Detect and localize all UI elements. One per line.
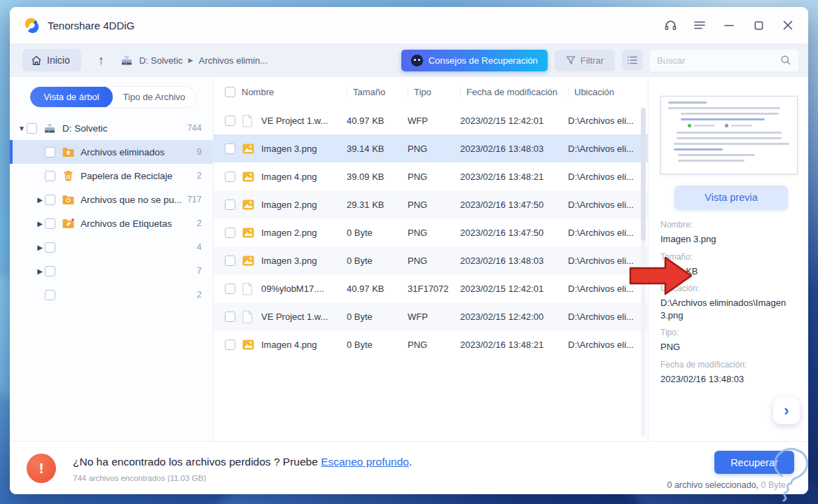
preview-thumbnail[interactable] (660, 96, 798, 174)
file-date: 2023/02/15 12:42:01 (460, 284, 568, 294)
column-header-type[interactable]: Tipo (408, 87, 460, 97)
breadcrumb-drive[interactable]: D: Solvetic (139, 55, 183, 66)
row-checkbox-cell (214, 172, 242, 182)
headset-icon[interactable] (660, 15, 681, 36)
file-location: D:\Archivos eli... (568, 284, 648, 294)
close-icon[interactable] (777, 15, 798, 36)
tree-checkbox[interactable] (45, 242, 55, 253)
file-name: Imagen 2.png (261, 227, 347, 238)
tree-item[interactable]: ▶Archivos que no se pu...717 (10, 188, 213, 211)
file-date: 2023/02/15 12:42:00 (460, 312, 568, 322)
table-scrollbar[interactable] (641, 108, 646, 437)
image-icon (242, 339, 261, 351)
tree-item[interactable]: ▶7 (10, 259, 213, 283)
selection-info: 0 archivo seleccionado, 0 Byte (667, 480, 786, 490)
tree-checkbox[interactable] (45, 195, 55, 205)
navigate-up-icon[interactable]: ↑ (98, 53, 104, 68)
tree-item[interactable]: 2 (10, 283, 213, 307)
expand-arrow-icon[interactable]: ▶ (35, 267, 45, 275)
row-checkbox[interactable] (225, 284, 235, 294)
detail-value: PNG (660, 341, 799, 354)
tree-item-label: Archivos de Etiquetas (81, 218, 197, 229)
tree-checkbox[interactable] (45, 266, 55, 276)
table-row[interactable]: Imagen 2.png29.31 KBPNG2023/02/16 13:47:… (214, 190, 648, 218)
tree-item[interactable]: Papelera de Reciclaje2 (10, 164, 213, 188)
deep-scan-link[interactable]: Escaneo profundo (321, 456, 409, 468)
table-row[interactable]: Imagen 3.png0 BytePNG2023/02/16 13:48:03… (214, 246, 648, 274)
tree-item[interactable]: ▼D: Solvetic744 (10, 116, 213, 140)
menu-icon[interactable] (689, 15, 710, 36)
recover-button[interactable]: Recuperar (714, 451, 794, 474)
table-row[interactable]: 09%ylobM17....40.97 KB31F170722023/02/15… (214, 274, 648, 302)
file-name: VE Project 1.w... (261, 115, 347, 126)
table-row[interactable]: Imagen 4.png0 BytePNG2023/02/16 13:48:21… (214, 330, 648, 358)
table-row[interactable]: Imagen 3.png39.14 KBPNG2023/02/16 13:48:… (214, 134, 648, 162)
detail-value: 2023/02/16 13:48:03 (660, 373, 799, 386)
filter-button[interactable]: Filtrar (555, 50, 615, 71)
column-header-name[interactable]: Nombre (242, 87, 347, 97)
tab-tree-view[interactable]: Vista de árbol (30, 86, 113, 108)
row-checkbox-cell (214, 255, 242, 266)
view-mode-button[interactable] (622, 50, 643, 71)
row-checkbox[interactable] (225, 312, 235, 322)
row-checkbox[interactable] (225, 115, 235, 126)
file-type: PNG (408, 255, 460, 266)
detail-value: 39.14 KB (660, 265, 799, 278)
tree-item[interactable]: ▶Archivos de Etiquetas2 (10, 211, 213, 235)
recovery-tips-button[interactable]: Consejos de Recuperación (401, 50, 548, 71)
tree-checkbox[interactable] (27, 123, 37, 134)
column-header-size[interactable]: Tamaño (347, 87, 408, 97)
row-checkbox[interactable] (225, 172, 235, 182)
image-icon (242, 171, 261, 183)
sidebar: Vista de árbol Tipo de Archivo ▼D: Solve… (10, 77, 214, 441)
filter-label: Filtrar (581, 55, 604, 66)
column-header-date[interactable]: Fecha de modificación (460, 87, 568, 97)
table-body: VE Project 1.w...40.97 KBWFP2023/02/15 1… (214, 106, 648, 358)
table-row[interactable]: VE Project 1.w...0 ByteWFP2023/02/15 12:… (214, 302, 648, 330)
home-label: Inicio (47, 55, 70, 66)
table-row[interactable]: Imagen 2.png0 BytePNG2023/02/16 13:47:50… (214, 218, 648, 246)
row-checkbox[interactable] (225, 340, 235, 350)
tree-checkbox[interactable] (45, 171, 55, 181)
collapse-arrow-icon[interactable]: ▼ (17, 125, 27, 132)
file-date: 2023/02/15 12:42:01 (460, 115, 568, 126)
minimize-icon[interactable] (719, 15, 740, 36)
tree-checkbox[interactable] (45, 147, 55, 158)
footer-message-period: . (409, 456, 412, 468)
file-location: D:\Archivos eli... (568, 144, 648, 154)
preview-button[interactable]: Vista previa (674, 186, 788, 209)
table-row[interactable]: Imagen 4.png39.09 KBPNG2023/02/16 13:48:… (214, 162, 648, 190)
drive-icon (43, 122, 57, 134)
row-checkbox[interactable] (225, 255, 235, 266)
tab-file-type[interactable]: Tipo de Archivo (113, 86, 195, 108)
file-table: Nombre Tamaño Tipo Fecha de modificación… (214, 77, 648, 441)
detail-field: Tipo:PNG (660, 328, 799, 354)
maximize-icon[interactable] (748, 15, 769, 36)
file-type: 31F17072 (408, 284, 460, 294)
search-icon[interactable] (780, 55, 791, 66)
row-checkbox[interactable] (225, 200, 235, 210)
blank-icon (61, 265, 75, 277)
breadcrumb-folder[interactable]: Archivos elimin... (199, 55, 268, 66)
file-type: WFP (408, 312, 460, 322)
search-input[interactable] (657, 55, 780, 66)
table-row[interactable]: VE Project 1.w...40.97 KBWFP2023/02/15 1… (214, 106, 648, 134)
row-checkbox[interactable] (225, 144, 235, 154)
tree-item[interactable]: Archivos eliminados9 (10, 140, 213, 164)
column-header-location[interactable]: Ubicación (568, 87, 648, 97)
tree-checkbox[interactable] (45, 290, 55, 300)
breadcrumb-separator-icon: ▶ (188, 57, 193, 64)
file-type: WFP (408, 115, 460, 126)
next-page-button[interactable]: › (773, 398, 800, 424)
tree-item-count: 2 (197, 290, 202, 300)
file-location: D:\Archivos eli... (568, 200, 648, 210)
expand-arrow-icon[interactable]: ▶ (35, 244, 45, 251)
select-all-checkbox[interactable] (225, 87, 235, 97)
expand-arrow-icon[interactable]: ▶ (35, 220, 45, 227)
row-checkbox[interactable] (225, 227, 235, 238)
home-button[interactable]: Inicio (22, 49, 81, 71)
title-bar: Tenorshare 4DDiG (10, 7, 808, 43)
expand-arrow-icon[interactable]: ▶ (35, 196, 45, 204)
tree-checkbox[interactable] (45, 218, 55, 229)
tree-item[interactable]: ▶4 (10, 235, 213, 259)
